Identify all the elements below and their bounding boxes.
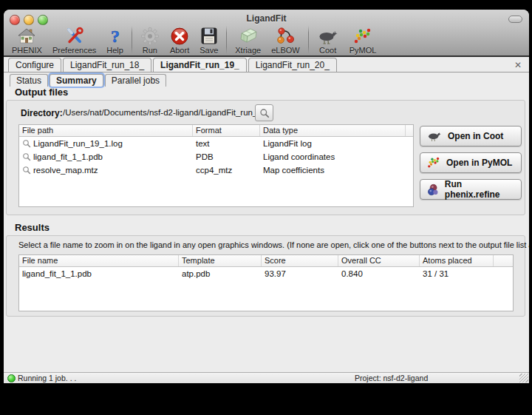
toolbar-toggle-lozenge[interactable] [508, 16, 522, 23]
format-cell: text [193, 139, 260, 148]
pymol-button[interactable]: PyMOL [344, 24, 382, 55]
pymol-ribbon-icon [352, 26, 373, 46]
file-path-cell: ligand_fit_1_1.pdb [33, 152, 103, 161]
phenix-button[interactable]: PHENIX [7, 24, 47, 55]
pymol-button-label: PyMOL [349, 46, 377, 55]
status-bar: Running 1 job. . . Project: nsf-d2-ligan… [4, 372, 529, 383]
col-template[interactable]: Template [179, 255, 262, 266]
results-caption: Select a file name to zoom in on the lig… [18, 240, 529, 249]
tab-configure[interactable]: Configure [8, 58, 61, 72]
tab-ligandfit-run-18[interactable]: LigandFit_run_18_ [63, 58, 151, 72]
col-format[interactable]: Format [193, 125, 260, 136]
magnifier-icon [22, 139, 31, 148]
table-row[interactable]: ligand_fit_1_1.pdb atp.pdb 93.97 0.840 3… [19, 267, 513, 280]
xtriage-crystal-icon [237, 26, 259, 46]
refine-spheres-icon [426, 183, 440, 197]
help-button[interactable]: ? Help [101, 24, 129, 55]
col-overall-cc[interactable]: Overall CC [338, 255, 420, 266]
output-files-table-header: File path Format Data type [19, 125, 413, 137]
toolbar-separator [132, 26, 132, 54]
help-button-label: Help [106, 46, 123, 55]
toolbar: PHENIX Preferences ? [7, 24, 381, 55]
data-type-cell: Map coefficients [260, 166, 406, 175]
magnifier-icon [22, 166, 31, 175]
data-type-cell: Ligand coordinates [260, 152, 406, 161]
col-score[interactable]: Score [262, 255, 338, 266]
atoms-placed-cell: 31 / 31 [420, 269, 494, 278]
open-in-coot-button[interactable]: Open in Coot [420, 126, 522, 146]
run-button[interactable]: Run [135, 24, 165, 55]
save-button[interactable]: Save [194, 24, 223, 55]
preferences-button[interactable]: Preferences [47, 24, 101, 55]
data-type-cell: LigandFit log [260, 139, 406, 148]
elbow-molecule-icon [275, 26, 296, 46]
table-row[interactable]: resolve_map.mtz ccp4_mtz Map coefficient… [19, 163, 413, 177]
run-phenix-refine-button[interactable]: Run phenix.refine [420, 179, 522, 200]
template-cell: atp.pdb [179, 269, 262, 278]
score-cell: 93.97 [262, 269, 338, 278]
format-cell: PDB [193, 152, 260, 161]
coot-button[interactable]: Coot [312, 24, 344, 55]
col-file-path[interactable]: File path [19, 125, 193, 136]
col-file-name[interactable]: File name [19, 255, 179, 266]
abort-x-icon [170, 26, 189, 46]
running-status-text: Running 1 job. . . [18, 374, 76, 382]
preferences-button-label: Preferences [52, 46, 96, 55]
toolbar-separator [226, 26, 227, 54]
xtriage-button-label: Xtriage [235, 46, 261, 55]
svg-text:?: ? [111, 27, 120, 46]
save-button-label: Save [200, 46, 218, 55]
preferences-tools-icon [65, 26, 84, 46]
ligandfit-window: LigandFit PHENIX [4, 10, 529, 383]
coot-bird-icon [426, 129, 443, 143]
table-row[interactable]: LigandFit_run_19_1.log text LigandFit lo… [19, 137, 413, 150]
running-status-icon [7, 374, 16, 382]
directory-path: /Users/nat/Documents/nsf-d2-ligand/Ligan… [63, 108, 272, 117]
run-gear-icon [140, 26, 160, 46]
output-files-table: File path Format Data type LigandFit_run… [18, 124, 414, 207]
help-question-icon: ? [107, 26, 123, 46]
tab-summary[interactable]: Summary [50, 74, 103, 87]
elbow-button[interactable]: eLBOW [266, 24, 305, 55]
table-row[interactable]: ligand_fit_1_1.pdb PDB Ligand coordinate… [19, 150, 413, 163]
resize-grip[interactable] [519, 374, 528, 382]
results-table-header: File name Template Score Overall CC Atom… [19, 255, 513, 267]
window-header: LigandFit PHENIX [4, 10, 529, 57]
open-in-coot-label: Open in Coot [448, 131, 503, 141]
coot-button-label: Coot [319, 46, 336, 55]
window-title: LigandFit [4, 13, 529, 24]
coot-bird-icon [317, 26, 339, 46]
run-tab-bar: Configure LigandFit_run_18_ LigandFit_ru… [4, 58, 529, 72]
elbow-button-label: eLBOW [271, 46, 300, 55]
save-floppy-icon [200, 26, 218, 46]
browse-directory-button[interactable] [255, 104, 273, 121]
results-heading: Results [15, 222, 50, 233]
tab-ligandfit-run-20[interactable]: LigandFit_run_20_ [248, 58, 337, 72]
overall-cc-cell: 0.840 [338, 269, 420, 278]
file-name-cell: ligand_fit_1_1.pdb [19, 269, 179, 278]
project-label: Project: nsf-d2-ligand [355, 374, 428, 382]
tab-parallel-jobs[interactable]: Parallel jobs [105, 74, 166, 87]
col-stub [494, 255, 513, 266]
close-tab-icon[interactable]: ✕ [514, 61, 522, 70]
open-in-pymol-label: Open in PyMOL [446, 158, 512, 168]
format-cell: ccp4_mtz [193, 166, 260, 175]
phenix-button-label: PHENIX [12, 46, 42, 55]
page-tab-bar: Status Summary Parallel jobs [10, 74, 168, 87]
col-data-type[interactable]: Data type [260, 125, 406, 136]
output-files-heading: Output files [15, 87, 68, 98]
results-table: File name Template Score Overall CC Atom… [18, 254, 514, 311]
abort-button-label: Abort [170, 46, 189, 55]
col-stub [406, 125, 413, 136]
open-in-pymol-button[interactable]: Open in PyMOL [420, 152, 522, 173]
directory-label: Directory: [21, 108, 63, 118]
col-atoms-placed[interactable]: Atoms placed [420, 255, 494, 266]
file-path-cell: resolve_map.mtz [33, 166, 98, 175]
magnifier-icon [259, 108, 270, 118]
tab-status[interactable]: Status [10, 74, 48, 87]
xtriage-button[interactable]: Xtriage [230, 24, 266, 55]
abort-button[interactable]: Abort [165, 24, 194, 55]
file-path-cell: LigandFit_run_19_1.log [33, 139, 123, 148]
phenix-house-icon [17, 26, 36, 46]
tab-ligandfit-run-19[interactable]: LigandFit_run_19_ [153, 58, 247, 72]
